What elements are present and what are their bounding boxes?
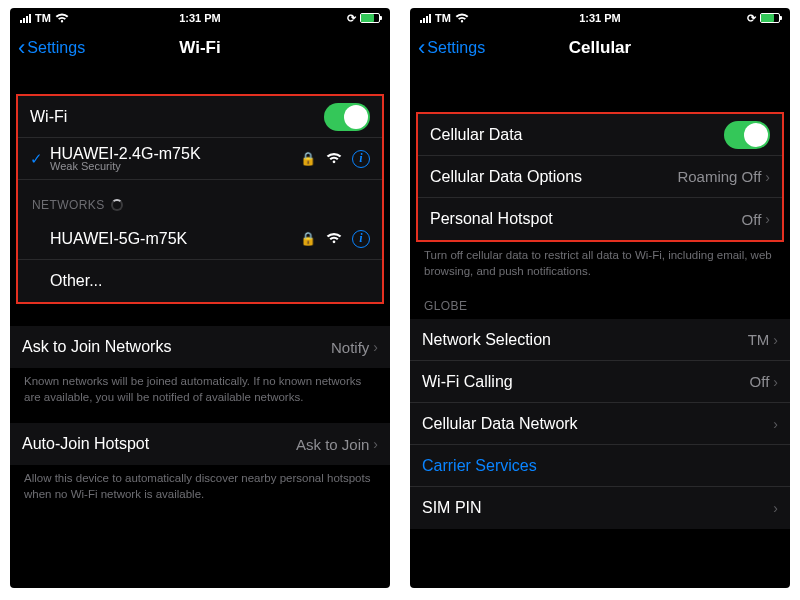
- network-security: Weak Security: [50, 160, 300, 172]
- lock-icon: 🔒: [300, 231, 316, 246]
- row-value: Roaming Off: [677, 168, 761, 185]
- phone-wifi: TM 1:31 PM ⟳ ‹ Settings Wi-Fi Wi-Fi ✓ HU…: [10, 8, 390, 588]
- carrier-label: TM: [435, 12, 451, 24]
- info-icon[interactable]: i: [352, 150, 370, 168]
- cellular-data-network-row[interactable]: Cellular Data Network ›: [410, 403, 790, 445]
- status-bar: TM 1:31 PM ⟳: [10, 8, 390, 28]
- phone-cellular: TM 1:31 PM ⟳ ‹ Settings Cellular Cellula…: [410, 8, 790, 588]
- back-label: Settings: [427, 39, 485, 57]
- row-label: Ask to Join Networks: [22, 338, 331, 356]
- ask-to-join-row[interactable]: Ask to Join Networks Notify ›: [10, 326, 390, 368]
- other-network-row[interactable]: ✓ Other...: [18, 260, 382, 302]
- ask-to-join-note: Known networks will be joined automatica…: [10, 368, 390, 405]
- personal-hotspot-row[interactable]: Personal Hotspot Off ›: [418, 198, 782, 240]
- chevron-right-icon: ›: [373, 436, 378, 452]
- nav-bar: ‹ Settings Cellular: [410, 28, 790, 68]
- row-value: Notify: [331, 339, 369, 356]
- chevron-right-icon: ›: [765, 211, 770, 227]
- row-label: Wi-Fi Calling: [422, 373, 750, 391]
- clock: 1:31 PM: [540, 12, 660, 24]
- clock: 1:31 PM: [140, 12, 260, 24]
- nav-bar: ‹ Settings Wi-Fi: [10, 28, 390, 68]
- row-value: Off: [742, 211, 762, 228]
- back-button[interactable]: ‹ Settings: [18, 39, 85, 57]
- wifi-status-icon: [455, 13, 469, 23]
- row-label: Cellular Data Options: [430, 168, 677, 186]
- chevron-right-icon: ›: [773, 332, 778, 348]
- back-button[interactable]: ‹ Settings: [418, 39, 485, 57]
- network-name: HUAWEI-5G-m75K: [50, 230, 300, 248]
- row-label: Cellular Data Network: [422, 415, 773, 433]
- other-label: Other...: [50, 272, 370, 290]
- chevron-right-icon: ›: [773, 500, 778, 516]
- carrier-services-row[interactable]: Carrier Services: [410, 445, 790, 487]
- orientation-lock-icon: ⟳: [747, 12, 756, 25]
- chevron-right-icon: ›: [773, 416, 778, 432]
- signal-bars-icon: [420, 14, 431, 23]
- row-value: TM: [748, 331, 770, 348]
- checkmark-icon: ✓: [30, 150, 42, 168]
- cellular-data-toggle-row[interactable]: Cellular Data: [418, 114, 782, 156]
- highlight-box: Wi-Fi ✓ HUAWEI-2.4G-m75K Weak Security 🔒…: [16, 94, 384, 304]
- highlight-box: Cellular Data Cellular Data Options Roam…: [416, 112, 784, 242]
- cellular-data-toggle[interactable]: [724, 121, 770, 149]
- sim-pin-row[interactable]: SIM PIN ›: [410, 487, 790, 529]
- battery-icon: [360, 13, 380, 23]
- row-value: Ask to Join: [296, 436, 369, 453]
- row-label: SIM PIN: [422, 499, 773, 517]
- wifi-toggle[interactable]: [324, 103, 370, 131]
- wifi-signal-icon: [326, 230, 342, 247]
- page-title: Cellular: [569, 38, 631, 58]
- back-label: Settings: [27, 39, 85, 57]
- network-selection-row[interactable]: Network Selection TM ›: [410, 319, 790, 361]
- status-bar: TM 1:31 PM ⟳: [410, 8, 790, 28]
- chevron-right-icon: ›: [773, 374, 778, 390]
- row-label: Personal Hotspot: [430, 210, 742, 228]
- row-label: Network Selection: [422, 331, 748, 349]
- page-title: Wi-Fi: [179, 38, 220, 58]
- row-value: Off: [750, 373, 770, 390]
- auto-join-hotspot-row[interactable]: Auto-Join Hotspot Ask to Join ›: [10, 423, 390, 465]
- wifi-status-icon: [55, 13, 69, 23]
- info-icon[interactable]: i: [352, 230, 370, 248]
- battery-icon: [760, 13, 780, 23]
- spinner-icon: [111, 199, 123, 211]
- chevron-right-icon: ›: [373, 339, 378, 355]
- carrier-label: TM: [35, 12, 51, 24]
- lock-icon: 🔒: [300, 151, 316, 166]
- auto-join-note: Allow this device to automatically disco…: [10, 465, 390, 502]
- wifi-signal-icon: [326, 150, 342, 167]
- row-label: Cellular Data: [430, 126, 724, 144]
- row-label: Auto-Join Hotspot: [22, 435, 296, 453]
- connected-network-row[interactable]: ✓ HUAWEI-2.4G-m75K Weak Security 🔒 i: [18, 138, 382, 180]
- chevron-right-icon: ›: [765, 169, 770, 185]
- row-label: Carrier Services: [422, 457, 778, 475]
- wifi-calling-row[interactable]: Wi-Fi Calling Off ›: [410, 361, 790, 403]
- networks-header: NETWORKS: [18, 180, 382, 218]
- wifi-toggle-label: Wi-Fi: [30, 108, 324, 126]
- wifi-toggle-row[interactable]: Wi-Fi: [18, 96, 382, 138]
- orientation-lock-icon: ⟳: [347, 12, 356, 25]
- signal-bars-icon: [20, 14, 31, 23]
- cellular-note: Turn off cellular data to restrict all d…: [410, 242, 790, 279]
- cellular-data-options-row[interactable]: Cellular Data Options Roaming Off ›: [418, 156, 782, 198]
- carrier-section-header: GLOBE: [410, 279, 790, 319]
- available-network-row[interactable]: ✓ HUAWEI-5G-m75K 🔒 i: [18, 218, 382, 260]
